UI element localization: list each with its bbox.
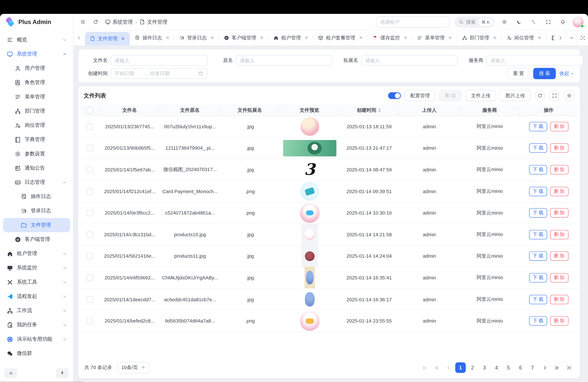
global-search-button[interactable]: 搜索 ⌘ K [454, 16, 495, 28]
pagination-page-7[interactable]: 7 [527, 362, 538, 373]
table-fullscreen-button[interactable] [549, 90, 560, 101]
sidebar-item-13[interactable]: 文件管理 [3, 218, 70, 232]
pagination-page-5[interactable]: 5 [503, 362, 514, 373]
delete-button[interactable]: 删 除 [550, 273, 568, 282]
close-icon[interactable]: ✕ [404, 35, 407, 41]
collapse-filters-link[interactable]: 收起 [560, 70, 575, 77]
dark-mode-button[interactable] [514, 17, 524, 27]
download-button[interactable]: 下 载 [529, 252, 547, 261]
tab-4[interactable]: 租户管理✕ [269, 30, 313, 45]
delete-button[interactable]: 删 除 [550, 230, 568, 239]
avatar[interactable] [573, 17, 584, 27]
reset-button[interactable]: 重 置 [507, 68, 530, 79]
delete-button[interactable]: 删 除 [550, 144, 568, 153]
pagination-last-button[interactable] [563, 362, 574, 373]
pagination-page-3[interactable]: 3 [479, 362, 490, 373]
sidebar-item-4[interactable]: 菜单管理 [3, 90, 70, 104]
download-button[interactable]: 下 载 [529, 273, 547, 282]
row-checkbox[interactable] [87, 145, 93, 151]
sidebar-item-14[interactable]: @客户端管理 [3, 232, 70, 246]
pagination-first-button[interactable] [419, 362, 430, 373]
filter-original-name-input[interactable] [236, 55, 333, 66]
pagination-next-button[interactable] [539, 362, 550, 373]
file-preview-black-calligraphy-3[interactable]: 3 [298, 160, 321, 179]
sidebar-item-2[interactable]: 用户管理 [3, 61, 70, 75]
sidebar-item-3[interactable]: 角色管理 [3, 75, 70, 89]
row-checkbox[interactable] [87, 210, 93, 216]
sort-carets-icon[interactable] [378, 108, 381, 113]
sidebar-item-11[interactable]: 操作日志 [3, 189, 70, 204]
row-checkbox[interactable] [87, 167, 93, 173]
close-icon[interactable]: ✕ [305, 35, 308, 41]
download-button[interactable]: 下 载 [529, 208, 547, 218]
sidebar-item-1[interactable]: 系统管理 [3, 47, 70, 61]
filter-provider-input[interactable] [486, 55, 583, 66]
sidebar-item-5[interactable]: 部门管理 [3, 104, 70, 118]
filter-extension-input[interactable] [361, 55, 458, 66]
download-button[interactable]: 下 载 [529, 122, 547, 131]
pagination-page-1[interactable]: 1 [455, 362, 466, 373]
row-checkbox[interactable] [87, 253, 93, 259]
row-checkbox[interactable] [87, 123, 93, 130]
sidebar-item-16[interactable]: 系统监控 [3, 261, 70, 275]
sidebar-item-18[interactable]: 流程发起 [3, 289, 70, 303]
sidebar-item-9[interactable]: 通知公告 [3, 161, 70, 175]
tab-2[interactable]: 登录日志✕ [174, 30, 219, 45]
row-checkbox[interactable] [87, 231, 93, 238]
file-preview-pink-bunny-avatar[interactable] [300, 117, 319, 136]
sidebar-item-8[interactable]: 参数设置 [3, 147, 70, 161]
file-preview-green-illustration-banner[interactable] [283, 140, 336, 156]
tabs-content-fullscreen-button[interactable] [577, 30, 588, 45]
sidebar-item-19[interactable]: 工作流 [3, 303, 70, 318]
breadcrumb-file-management[interactable]: 文件管理 [140, 19, 168, 25]
delete-button[interactable]: 删 除 [550, 252, 568, 261]
pagination-next-jump-button[interactable] [551, 362, 562, 373]
tab-6[interactable]: 缓存监控✕ [368, 30, 412, 45]
close-icon[interactable]: ✕ [210, 35, 214, 41]
sidebar-item-0[interactable]: 概览 [3, 33, 70, 47]
tab-3[interactable]: @客户端管理✕ [219, 30, 269, 45]
sidebar-item-21[interactable]: 演示站专用功能 [3, 332, 70, 346]
date-range-input[interactable]: 开始日期 → 结束日期 [111, 68, 207, 79]
row-checkbox[interactable] [87, 296, 93, 303]
menu-collapse-button[interactable] [78, 17, 88, 27]
file-preview-robot-avatar-pink-2[interactable] [300, 311, 319, 331]
tabs-scroll-left-button[interactable] [74, 30, 85, 45]
language-button[interactable]: 文A [529, 17, 539, 27]
download-button[interactable]: 下 载 [529, 295, 547, 304]
fullscreen-button[interactable] [544, 17, 553, 27]
close-icon[interactable]: ✕ [166, 35, 169, 41]
tab-8[interactable]: 部门管理✕ [457, 30, 502, 45]
close-icon[interactable]: ✕ [493, 35, 497, 41]
file-preview-card-payment-illustration[interactable] [300, 182, 319, 201]
tabs-scroll-right-button[interactable] [554, 30, 566, 45]
tab-5[interactable]: 租户套餐管理✕ [313, 30, 368, 45]
table-settings-button[interactable] [564, 90, 575, 101]
brand[interactable]: Plus Admin [0, 14, 73, 30]
pagination-prev-jump-button[interactable] [431, 362, 442, 373]
sidebar-item-6[interactable]: 岗位管理 [3, 118, 70, 132]
sidebar-collapse-button[interactable] [5, 368, 17, 378]
tab-10[interactable]: 字典管理✕ [546, 30, 554, 45]
filter-filename-input[interactable] [111, 55, 207, 66]
page-size-select[interactable]: 10条/页 [117, 362, 149, 373]
delete-button[interactable]: 删 除 [550, 165, 568, 174]
file-preview-pink-cat-product[interactable] [301, 223, 318, 246]
tab-7[interactable]: 菜单管理✕ [412, 30, 457, 45]
delete-button[interactable]: 删 除 [550, 208, 568, 218]
tab-1[interactable]: 操作日志✕ [130, 30, 174, 45]
search-button[interactable]: 搜 索 [533, 68, 556, 79]
file-preview-dark-red-ball-product[interactable] [301, 245, 318, 267]
sidebar-item-7[interactable]: 字典管理 [3, 132, 70, 147]
tab-9[interactable]: 岗位管理✕ [502, 30, 546, 45]
pagination-prev-button[interactable] [443, 362, 454, 373]
refresh-table-button[interactable] [534, 90, 545, 101]
config-management-button[interactable]: 配置管理 [405, 90, 436, 101]
row-checkbox[interactable] [87, 188, 93, 195]
sidebar-item-22[interactable]: 微信群 [3, 346, 70, 361]
file-preview-robot-avatar-pink[interactable] [300, 203, 319, 223]
download-button[interactable]: 下 载 [529, 230, 547, 239]
row-checkbox[interactable] [87, 275, 93, 281]
close-icon[interactable]: ✕ [359, 35, 363, 41]
sidebar-item-17[interactable]: 系统工具 [3, 275, 70, 289]
